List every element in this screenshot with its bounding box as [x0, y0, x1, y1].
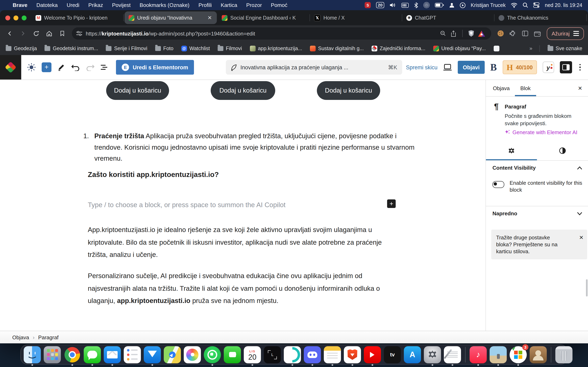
empty-block-placeholder[interactable]: Type / to choose a block, or press space…: [88, 201, 286, 209]
settings-panel-toggle[interactable]: [560, 61, 572, 73]
bookmark-geodezija[interactable]: Geodezija: [6, 45, 37, 51]
brave-rewards-bat-icon[interactable]: [476, 28, 487, 39]
bookmark-serije[interactable]: Serije i Filmovi: [106, 45, 147, 51]
save-draft-button[interactable]: Spremi skicu: [406, 64, 438, 70]
menu-prikaz[interactable]: Prikaz: [84, 2, 108, 8]
dock-trash[interactable]: [555, 346, 572, 363]
paragraph-block[interactable]: Personalizirano sučelje, AI predikcije i…: [88, 269, 403, 307]
bookmark-filmovi[interactable]: Filmovi: [218, 45, 242, 51]
dock-notes[interactable]: [324, 346, 341, 363]
keyboard-battery-icon[interactable]: [401, 3, 409, 8]
dock-image-file[interactable]: [490, 346, 507, 363]
dock-textedit[interactable]: [444, 346, 461, 363]
dock-reminders[interactable]: [124, 346, 141, 363]
chevron-down-icon[interactable]: [577, 212, 582, 215]
wifi-icon[interactable]: [511, 3, 518, 8]
preview-icon[interactable]: [443, 64, 452, 71]
add-to-cart-button[interactable]: Dodaj u košaricu: [211, 81, 275, 100]
menu-pomoc[interactable]: Pomoć: [267, 2, 292, 8]
all-bookmarks[interactable]: Sve oznake: [547, 45, 582, 51]
menu-brave[interactable]: Brave: [8, 2, 32, 8]
dock-music[interactable]: ♪: [470, 346, 487, 363]
section-heading[interactable]: Zašto koristiti app.kriptoentuzijasti.io…: [88, 170, 219, 179]
bookmark-zajednicki[interactable]: Zajednički informa...: [372, 45, 425, 51]
extensions-puzzle-icon[interactable]: [508, 28, 518, 39]
publish-button[interactable]: Objavi: [458, 61, 485, 74]
tab-post[interactable]: Objava: [488, 80, 515, 96]
status-app-icon[interactable]: S: [365, 2, 371, 8]
url-text[interactable]: https://kriptoentuzijasti.io/wp-admin/po…: [86, 30, 438, 36]
add-block-button[interactable]: +: [387, 200, 396, 208]
block-inserter-button[interactable]: +: [42, 62, 52, 72]
command-palette[interactable]: Inovativna aplikacija za praćenje ulagan…: [226, 60, 402, 75]
zoom-window-button[interactable]: [22, 15, 26, 20]
menu-profili[interactable]: Profili: [194, 2, 216, 8]
control-center-icon[interactable]: [534, 2, 540, 8]
paragraph-block[interactable]: App.kriptoentuzijasti.io je idealno rješ…: [88, 224, 403, 261]
bookmark-sustav[interactable]: Sustav digitalnih g...: [310, 45, 364, 51]
dock-youtube[interactable]: [364, 346, 381, 363]
dock-system-settings[interactable]: [424, 346, 441, 363]
dock-contacts[interactable]: [530, 346, 547, 363]
dismiss-notice-button[interactable]: ✕: [579, 234, 584, 241]
wallet-icon[interactable]: [532, 28, 543, 39]
fast-user-switch-icon[interactable]: [449, 2, 454, 8]
dock-discord[interactable]: [304, 346, 321, 363]
dock-chrome[interactable]: [64, 346, 81, 363]
yoast-seo-icon[interactable]: y: [543, 62, 554, 73]
dock-apple-tv[interactable]: tv: [384, 346, 401, 363]
battery-icon[interactable]: [435, 3, 444, 7]
tab-uredi-objavu-active[interactable]: Uredi objavu “Inovativna ✕: [125, 11, 217, 24]
spotlight-search-icon[interactable]: [523, 2, 528, 8]
chevron-up-icon[interactable]: [577, 166, 582, 169]
dock-finder[interactable]: [24, 346, 41, 363]
edit-mode-pencil-icon[interactable]: [57, 63, 65, 71]
new-tab-button[interactable]: +: [587, 13, 588, 22]
menubar-clock[interactable]: ned 20. lis 19:24: [545, 2, 582, 8]
update-brave-button[interactable]: Ažuriraj: [547, 27, 584, 40]
dock-calendar[interactable]: LIS20: [244, 346, 261, 363]
styles-tab[interactable]: [537, 141, 588, 160]
bookmark-app-kripto[interactable]: app.kriptoentuzija...: [250, 45, 302, 51]
b-plugin-icon[interactable]: B: [490, 62, 497, 72]
tab-pipio[interactable]: M Welcome To Pipio - kriptoen: [31, 10, 124, 25]
dock-app-store[interactable]: A: [404, 346, 421, 363]
address-bar[interactable]: https://kriptoentuzijasti.io/wp-admin/po…: [72, 27, 491, 40]
battery-percent-badge[interactable]: 20: [376, 2, 384, 8]
brave-shields-icon[interactable]: [466, 28, 476, 39]
dock-blue-triangle-app[interactable]: [144, 346, 161, 363]
share-icon[interactable]: [448, 28, 459, 39]
dock-microsoft-download[interactable]: 3: [510, 346, 527, 363]
add-to-cart-button[interactable]: Dodaj u košaricu: [106, 81, 169, 100]
sidebar-toggle-icon[interactable]: [520, 28, 530, 39]
dock-launchpad[interactable]: [44, 346, 61, 363]
tab-x-home[interactable]: 𝕏 Home / X: [310, 10, 402, 25]
dock-whatsapp[interactable]: [204, 346, 221, 363]
wp-admin-sun-icon[interactable]: [27, 63, 36, 72]
home-button[interactable]: [43, 28, 55, 39]
bookmark-foto[interactable]: Foto: [155, 45, 173, 51]
dock-facetime[interactable]: [224, 346, 241, 363]
bluetooth-icon[interactable]: [414, 2, 418, 8]
tab-chukanomics[interactable]: The Chukanomics: [494, 10, 587, 25]
edit-with-elementor-button[interactable]: E Uredi s Elementorom: [116, 60, 194, 75]
back-button[interactable]: [4, 28, 16, 39]
tab-social-engine[interactable]: Social Engine Dashboard ‹ K: [218, 10, 310, 25]
close-sidebar-button[interactable]: ✕: [572, 80, 588, 96]
close-window-button[interactable]: [5, 15, 10, 20]
menu-kartica[interactable]: Kartica: [216, 2, 242, 8]
minimize-window-button[interactable]: [13, 15, 18, 20]
dock-maps[interactable]: [164, 346, 181, 363]
bookmark-unnamed[interactable]: [493, 45, 499, 51]
bookmarks-overflow-chevron[interactable]: »: [529, 45, 531, 51]
browser-menu-icon[interactable]: [573, 31, 579, 36]
zoom-out-icon[interactable]: [438, 28, 448, 39]
close-tab-icon[interactable]: ✕: [207, 15, 213, 21]
bookmark-uredi-pay[interactable]: Uredi objavu “Pay...: [433, 45, 486, 51]
settings-tab[interactable]: [486, 141, 537, 160]
headline-score-badge[interactable]: H 40/100: [502, 60, 537, 74]
editor-canvas[interactable]: Dodaj u košaricu Dodaj u košaricu Dodaj …: [0, 80, 485, 331]
bookmark-button[interactable]: [56, 28, 68, 39]
cookie-icon[interactable]: [495, 28, 506, 39]
content-visibility-toggle[interactable]: [493, 181, 504, 188]
